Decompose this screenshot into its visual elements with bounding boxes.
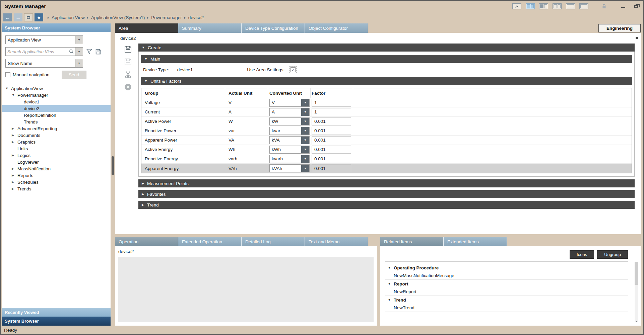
section-main[interactable]: ▼ Main bbox=[141, 55, 632, 63]
section-create[interactable]: ▼ Create bbox=[138, 44, 635, 52]
tree-item-links[interactable]: Links bbox=[2, 145, 111, 152]
tree-item-powermanager[interactable]: ▼Powermanager bbox=[2, 92, 111, 98]
converted-unit-dropdown[interactable]: V▼ bbox=[269, 99, 310, 107]
units-table-row-apparent-power[interactable]: Apparent PowerVAkVA▼0.001 bbox=[141, 136, 632, 145]
units-table-row-reactive-power[interactable]: Reactive Powervarkvar▼0.001 bbox=[141, 126, 632, 136]
frames-button[interactable] bbox=[24, 13, 33, 21]
tree-item-schedules[interactable]: ▶Schedules bbox=[2, 179, 111, 185]
tree-item-reports[interactable]: ▶Reports bbox=[2, 172, 111, 179]
tree-item-device1[interactable]: device1 bbox=[2, 98, 111, 105]
expand-icon[interactable]: ▶ bbox=[12, 134, 17, 137]
converted-unit-dropdown[interactable]: kvar▼ bbox=[269, 127, 310, 135]
section-measurement-points[interactable]: ▶ Measurement Points bbox=[138, 179, 635, 187]
chevron-down-icon[interactable]: ▼ bbox=[301, 127, 309, 135]
related-item-newmassnotificationmessage[interactable]: NewMassNotificationMessage bbox=[385, 272, 628, 280]
factor-input[interactable]: 1 bbox=[312, 108, 351, 116]
layout-two-pane-left-icon[interactable] bbox=[539, 3, 548, 9]
section-units-factors[interactable]: ▼ Units & Factors bbox=[141, 77, 632, 85]
expand-icon[interactable]: ▶ bbox=[12, 154, 17, 157]
panel-splitter[interactable] bbox=[111, 23, 115, 326]
tree-item-trends[interactable]: ▶Trends bbox=[2, 185, 111, 192]
units-table-row-current[interactable]: CurrentAA▼1 bbox=[141, 107, 632, 117]
tab-extended-operation[interactable]: Extended Operation bbox=[178, 237, 242, 246]
factor-input[interactable]: 0.001 bbox=[312, 117, 351, 125]
chevron-down-icon[interactable]: ▼ bbox=[301, 108, 309, 116]
expand-icon[interactable]: ▶ bbox=[12, 127, 17, 130]
display-mode-selector[interactable]: Show Name ▼ bbox=[5, 59, 83, 68]
expand-icon[interactable]: ▶ bbox=[12, 187, 17, 190]
tree-item-graphics[interactable]: ▶Graphics bbox=[2, 139, 111, 145]
related-items-scrollbar[interactable]: ▼ bbox=[635, 262, 638, 322]
layout-two-pane-active-icon[interactable] bbox=[526, 3, 535, 9]
related-group-report[interactable]: ▼Report bbox=[385, 280, 628, 288]
ungroup-button[interactable]: Ungroup bbox=[597, 250, 628, 259]
related-item-newtrend[interactable]: NewTrend bbox=[385, 304, 628, 312]
monitor-layout-icon[interactable] bbox=[512, 3, 521, 9]
layout-two-pane-icon[interactable] bbox=[553, 3, 562, 9]
chevron-down-icon[interactable]: ▼ bbox=[75, 36, 83, 44]
factor-input[interactable]: 0.001 bbox=[312, 146, 351, 154]
expand-icon[interactable]: ▶ bbox=[12, 140, 17, 144]
use-area-settings-checkbox[interactable]: ✓ bbox=[291, 67, 296, 72]
forward-button[interactable]: → bbox=[14, 13, 22, 21]
icons-view-button[interactable]: Icons bbox=[570, 250, 594, 259]
cut-button[interactable] bbox=[125, 71, 131, 78]
converted-unit-dropdown[interactable]: kWh▼ bbox=[269, 146, 310, 154]
units-table-row-apparent-energy[interactable]: Apparent EnergyVAhkVAh▼0.001 bbox=[141, 164, 632, 173]
tree-item-applicationview[interactable]: ▼ApplicationView bbox=[2, 85, 111, 92]
tab-extended-items[interactable]: Extended Items bbox=[444, 237, 507, 246]
breadcrumb-item-application-view[interactable]: Application View bbox=[52, 15, 85, 20]
chevron-down-icon[interactable]: ▼ bbox=[301, 146, 309, 153]
layout-horizontal-split-icon[interactable] bbox=[566, 3, 575, 9]
expand-icon[interactable]: ▶ bbox=[12, 167, 17, 170]
splitter-collapse-control[interactable] bbox=[631, 37, 638, 39]
back-button[interactable]: ← bbox=[3, 13, 12, 21]
cancel-button[interactable]: ✕ bbox=[125, 84, 131, 90]
tab-text-and-memo[interactable]: Text and Memo bbox=[305, 237, 368, 246]
units-table-row-reactive-energy[interactable]: Reactive Energyvarhkvarh▼0.001 bbox=[141, 154, 632, 164]
view-selector[interactable]: Application View ▼ bbox=[5, 35, 83, 44]
minimize-button[interactable] bbox=[619, 3, 627, 10]
converted-unit-dropdown[interactable]: A▼ bbox=[269, 108, 310, 116]
chevron-down-icon[interactable]: ▼ bbox=[301, 165, 309, 172]
chevron-down-icon[interactable]: ▼ bbox=[301, 118, 309, 125]
factor-input[interactable]: 0.001 bbox=[312, 136, 351, 144]
converted-unit-dropdown[interactable]: kW▼ bbox=[269, 117, 310, 125]
scroll-down-icon[interactable]: ▼ bbox=[635, 320, 638, 323]
favorites-button[interactable]: ★ bbox=[35, 13, 43, 21]
splitter-handle[interactable] bbox=[112, 156, 114, 175]
tree-item-advancedreporting[interactable]: ▶AdvancedReporting bbox=[2, 125, 111, 132]
tree-item-massnotification[interactable]: ▶MassNotification bbox=[2, 165, 111, 172]
tab-object-configurator[interactable]: Object Configurator bbox=[305, 23, 368, 33]
restore-button[interactable] bbox=[632, 3, 640, 10]
tree-item-logics[interactable]: ▶Logics bbox=[2, 152, 111, 159]
search-icon[interactable] bbox=[68, 48, 75, 56]
expand-icon[interactable]: ▶ bbox=[12, 180, 17, 184]
factor-input[interactable]: 0.001 bbox=[312, 155, 351, 163]
related-group-operating-procedure[interactable]: ▼Operating Procedure bbox=[385, 264, 628, 272]
units-table-row-active-energy[interactable]: Active EnergyWhkWh▼0.001 bbox=[141, 145, 632, 154]
tab-detailed-log[interactable]: Detailed Log bbox=[242, 237, 305, 246]
tab-device-type-configuration[interactable]: Device Type Configuration bbox=[242, 23, 305, 33]
search-input[interactable] bbox=[6, 48, 68, 56]
tab-operation[interactable]: Operation bbox=[115, 237, 178, 246]
save-search-icon[interactable] bbox=[95, 49, 101, 55]
related-group-trend[interactable]: ▼Trend bbox=[385, 296, 628, 304]
send-button[interactable]: Send bbox=[62, 71, 86, 79]
breadcrumb-item-applicationview-system1-[interactable]: ApplicationView (System1) bbox=[91, 15, 145, 20]
factor-input[interactable]: 1 bbox=[312, 99, 351, 107]
system-browser-footer-bar[interactable]: System Browser bbox=[2, 317, 111, 326]
tab-area[interactable]: Area bbox=[115, 23, 178, 33]
section-trend[interactable]: ▶ Trend bbox=[138, 201, 635, 209]
units-table-row-active-power[interactable]: Active PowerWkW▼0.001 bbox=[141, 117, 632, 126]
filter-icon[interactable] bbox=[86, 49, 92, 54]
collapse-icon[interactable]: ▼ bbox=[12, 93, 17, 97]
tab-summary[interactable]: Summary bbox=[178, 23, 242, 33]
collapse-icon[interactable]: ▼ bbox=[5, 87, 10, 90]
units-table-row-voltage[interactable]: VoltageVV▼1 bbox=[141, 98, 632, 107]
chevron-down-icon[interactable]: ▼ bbox=[301, 99, 309, 106]
converted-unit-dropdown[interactable]: kVAh▼ bbox=[269, 164, 310, 172]
save-as-button-disabled[interactable] bbox=[124, 58, 132, 66]
related-item-newreport[interactable]: NewReport bbox=[385, 288, 628, 296]
recently-viewed-bar[interactable]: Recently Viewed bbox=[2, 308, 111, 317]
